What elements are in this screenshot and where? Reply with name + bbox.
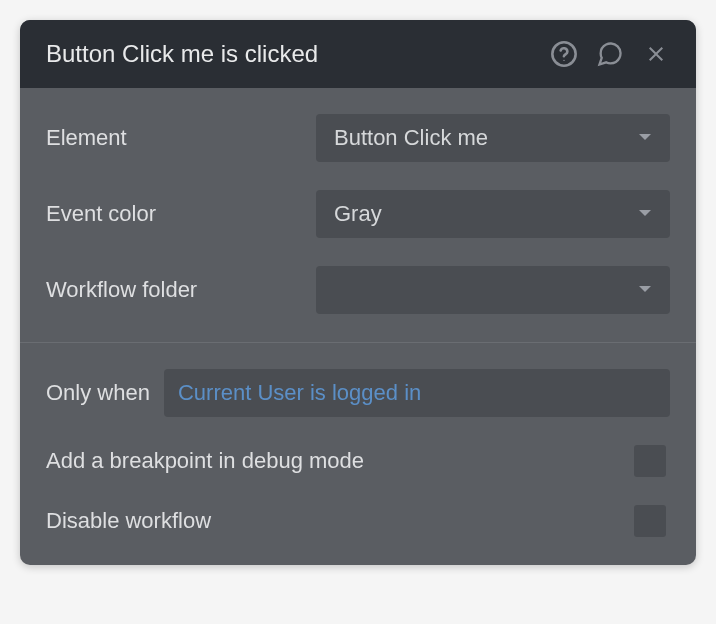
workflow-settings-panel: Button Click me is clicked [20, 20, 696, 565]
only-when-value: Current User is logged in [178, 380, 421, 406]
comment-icon[interactable] [596, 40, 624, 68]
event-color-select[interactable]: Gray [316, 190, 670, 238]
breakpoint-row: Add a breakpoint in debug mode [46, 445, 670, 477]
section-divider [20, 342, 696, 343]
chevron-down-icon [638, 133, 652, 143]
svg-point-1 [563, 60, 564, 61]
element-value: Button Click me [334, 125, 488, 151]
panel-title: Button Click me is clicked [46, 40, 318, 68]
event-color-value: Gray [334, 201, 382, 227]
workflow-folder-label: Workflow folder [46, 277, 316, 303]
breakpoint-checkbox[interactable] [634, 445, 666, 477]
disable-workflow-checkbox[interactable] [634, 505, 666, 537]
event-color-field-row: Event color Gray [46, 190, 670, 238]
panel-body: Element Button Click me Event color Gray… [20, 88, 696, 537]
breakpoint-label: Add a breakpoint in debug mode [46, 448, 364, 474]
workflow-folder-field-row: Workflow folder [46, 266, 670, 314]
only-when-input[interactable]: Current User is logged in [164, 369, 670, 417]
chevron-down-icon [638, 209, 652, 219]
element-field-row: Element Button Click me [46, 114, 670, 162]
header-actions [550, 40, 670, 68]
only-when-row: Only when Current User is logged in [46, 369, 670, 417]
element-label: Element [46, 125, 316, 151]
disable-workflow-row: Disable workflow [46, 505, 670, 537]
event-color-label: Event color [46, 201, 316, 227]
panel-header: Button Click me is clicked [20, 20, 696, 88]
close-icon[interactable] [642, 40, 670, 68]
only-when-label: Only when [46, 380, 150, 406]
chevron-down-icon [638, 285, 652, 295]
help-icon[interactable] [550, 40, 578, 68]
workflow-folder-select[interactable] [316, 266, 670, 314]
element-select[interactable]: Button Click me [316, 114, 670, 162]
disable-workflow-label: Disable workflow [46, 508, 211, 534]
